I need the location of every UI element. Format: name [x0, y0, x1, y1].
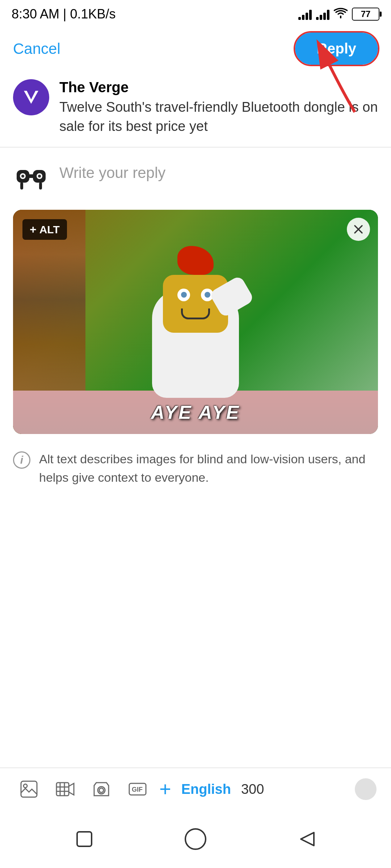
attached-image-container: AYE AYE + ALT: [13, 210, 378, 434]
remove-image-button[interactable]: [347, 218, 370, 241]
top-navigation: Cancel Reply: [0, 25, 391, 72]
cancel-button[interactable]: Cancel: [13, 40, 60, 58]
more-options-button[interactable]: +: [159, 779, 171, 799]
wifi-icon: [334, 8, 348, 21]
alt-info-section: i Alt text describes images for blind an…: [0, 441, 391, 495]
svg-marker-1: [24, 91, 38, 104]
red-blob: [177, 246, 214, 275]
svg-rect-15: [56, 783, 69, 796]
meme-text: AYE AYE: [13, 401, 378, 423]
alt-label: ALT: [39, 224, 60, 236]
system-navigation-bar: [0, 810, 391, 868]
recents-button[interactable]: [70, 825, 99, 854]
svg-point-10: [38, 175, 41, 178]
svg-rect-6: [39, 182, 42, 190]
compose-toolbar: GIF + English 300: [0, 767, 391, 810]
meme-image: AYE AYE: [13, 210, 378, 434]
status-time: 8:30 AM | 0.1KB/s: [12, 7, 116, 22]
original-post: The Verge Twelve South's travel-friendly…: [0, 72, 391, 147]
reply-area: Write your reply: [0, 148, 391, 203]
svg-marker-26: [301, 833, 314, 846]
language-selector[interactable]: English: [181, 782, 231, 797]
svg-point-25: [185, 829, 206, 849]
char-eyes: [177, 289, 214, 301]
char-count-indicator: [355, 778, 377, 800]
svg-rect-5: [20, 182, 23, 190]
home-button[interactable]: [181, 825, 210, 854]
status-icons: 77: [298, 8, 379, 21]
info-icon: i: [13, 451, 30, 469]
reply-user-avatar: [13, 159, 49, 195]
signal-bars-2: [316, 8, 329, 20]
status-bar: 8:30 AM | 0.1KB/s 77: [0, 0, 391, 25]
alt-text-button[interactable]: + ALT: [22, 219, 67, 240]
camera-icon-button[interactable]: [87, 778, 116, 800]
char-left-eye: [177, 289, 190, 301]
signal-bars-1: [298, 8, 312, 20]
svg-text:GIF: GIF: [132, 786, 143, 793]
character-count: 300: [241, 782, 264, 797]
char-mouth: [181, 309, 210, 319]
svg-point-9: [21, 175, 24, 178]
svg-rect-13: [21, 781, 37, 797]
gallery-icon-button[interactable]: [14, 778, 43, 800]
video-icon-button[interactable]: [51, 778, 80, 800]
svg-rect-4: [28, 174, 35, 178]
plus-icon: +: [30, 223, 37, 236]
char-left-pupil: [181, 292, 187, 298]
gif-icon-button[interactable]: GIF: [123, 778, 152, 800]
back-button[interactable]: [292, 825, 321, 854]
char-right-pupil: [205, 292, 210, 298]
character-body: [148, 268, 243, 398]
svg-point-21: [99, 788, 104, 792]
battery-indicator: 77: [352, 8, 379, 21]
post-avatar: [13, 79, 49, 115]
svg-point-14: [24, 784, 27, 788]
post-content-area: The Verge Twelve South's travel-friendly…: [59, 79, 378, 136]
reply-button[interactable]: Reply: [295, 33, 378, 65]
post-author-name: The Verge: [59, 79, 378, 95]
post-text: Twelve South's travel-friendly Bluetooth…: [59, 98, 378, 136]
svg-rect-24: [77, 832, 92, 846]
alt-info-text: Alt text describes images for blind and …: [39, 450, 378, 487]
reply-text-input[interactable]: Write your reply: [59, 159, 378, 182]
